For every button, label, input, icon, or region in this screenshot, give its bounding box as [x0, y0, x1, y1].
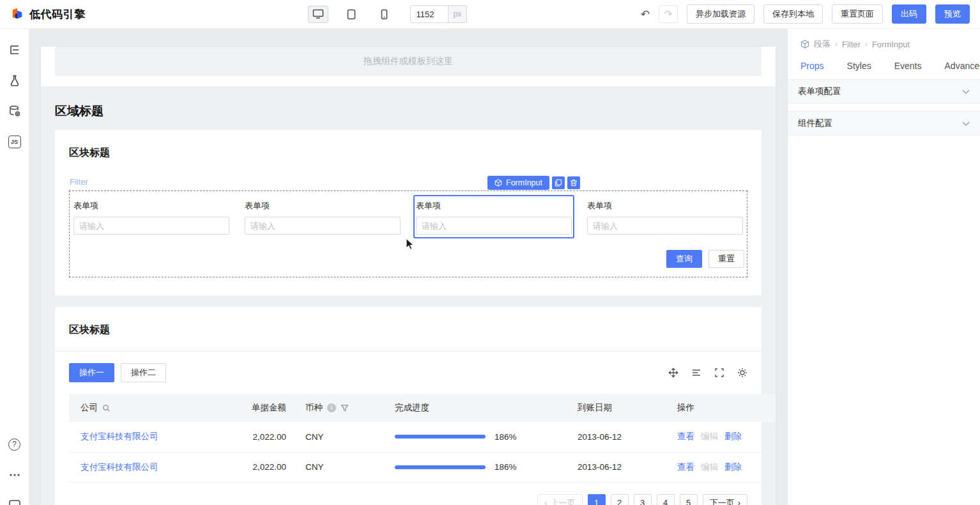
section-form-item-config[interactable]: 表单项配置: [788, 79, 980, 104]
tab-props[interactable]: Props: [800, 61, 824, 71]
preview-button[interactable]: 预览: [935, 4, 970, 24]
help-icon[interactable]: ?: [8, 437, 22, 451]
date-cell: 2013-06-12: [578, 452, 677, 482]
filter-block-title: 区块标题: [69, 146, 747, 160]
delete-link[interactable]: 删除: [724, 431, 742, 441]
form-item-label: 表单项: [73, 200, 229, 212]
table-card: 区块标题 操作一 操作二: [55, 307, 762, 505]
currency-cell: CNY: [305, 422, 395, 452]
design-canvas: 拖拽组件或模板到这里 区域标题 区块标题 Filter FormInput: [29, 29, 787, 505]
chevron-down-icon: [962, 89, 970, 94]
save-local-button[interactable]: 保存到本地: [763, 4, 823, 24]
filter-funnel-icon[interactable]: [341, 404, 349, 412]
form-item-1[interactable]: 表单项: [72, 196, 231, 237]
reset-button[interactable]: 重置: [708, 250, 744, 268]
design-page[interactable]: 拖拽组件或模板到这里 区域标题 区块标题 Filter FormInput: [41, 47, 776, 505]
page-button-5[interactable]: 5: [680, 494, 698, 505]
outline-tree-icon[interactable]: [8, 43, 22, 57]
form-item-label: 表单项: [416, 200, 572, 212]
more-options-icon[interactable]: [8, 468, 22, 482]
copy-icon-button[interactable]: [552, 176, 565, 189]
breadcrumb-filter[interactable]: Filter: [842, 40, 861, 49]
device-switcher: [308, 6, 395, 23]
forminput-pill[interactable]: FormInput: [487, 176, 549, 190]
settings-gear-icon[interactable]: [737, 368, 747, 378]
info-icon[interactable]: i: [327, 403, 336, 412]
page-button-1[interactable]: 1: [588, 494, 606, 505]
undo-icon[interactable]: ↶: [641, 9, 650, 20]
column-progress: 完成进度: [395, 394, 578, 422]
form-item-3-selected[interactable]: 表单项: [415, 196, 573, 237]
view-link[interactable]: 查看: [677, 431, 694, 441]
density-icon[interactable]: [691, 368, 701, 378]
search-icon[interactable]: [102, 404, 111, 412]
redo-icon[interactable]: ↷: [659, 5, 678, 23]
tab-styles[interactable]: Styles: [847, 61, 871, 71]
form-item-input[interactable]: [416, 217, 572, 235]
edit-link-disabled: 编辑: [701, 462, 718, 472]
form-item-label: 表单项: [245, 200, 401, 212]
page-button-3[interactable]: 3: [634, 494, 652, 505]
tab-events[interactable]: Events: [894, 61, 922, 71]
app-logo-icon: [10, 7, 24, 21]
component-cube-icon: [800, 40, 809, 49]
view-link[interactable]: 查看: [677, 462, 694, 472]
out-code-button[interactable]: 出码: [892, 4, 926, 24]
table-header-row: 公司 单据金额 币种 i: [69, 394, 776, 422]
date-cell: 2013-06-12: [578, 422, 677, 452]
component-cube-icon: [494, 179, 502, 187]
tab-advanced[interactable]: Advanced: [945, 61, 980, 71]
device-phone-button[interactable]: [374, 6, 395, 23]
section-component-config[interactable]: 组件配置: [788, 111, 980, 136]
filter-component[interactable]: Filter FormInput: [69, 190, 747, 277]
device-tablet-button[interactable]: [341, 6, 362, 23]
company-link[interactable]: 支付宝科技有限公司: [80, 462, 158, 472]
currency-cell: CNY: [305, 452, 395, 482]
js-panel-icon[interactable]: JS: [8, 135, 22, 149]
drop-placeholder[interactable]: 拖拽组件或模板到这里: [55, 47, 762, 76]
breadcrumb-forminput[interactable]: FormInput: [872, 40, 910, 49]
table-card-header: 区块标题: [55, 307, 762, 352]
edit-link-disabled: 编辑: [701, 431, 718, 441]
amount-cell: 2,022.00: [226, 422, 305, 452]
reset-page-button[interactable]: 重置页面: [832, 4, 883, 24]
form-item-4[interactable]: 表单项: [586, 196, 744, 237]
filter-actions: 查询 重置: [71, 250, 746, 268]
app-title: 低代码引擎: [29, 7, 86, 22]
progress-label: 186%: [494, 432, 517, 442]
form-item-2[interactable]: 表单项: [243, 196, 402, 237]
table-toolbar: 操作一 操作二: [55, 352, 762, 394]
drop-placeholder-text: 拖拽组件或模板到这里: [364, 56, 453, 67]
chevron-right-icon: ›: [738, 498, 740, 505]
progress-bar: [395, 435, 486, 439]
column-currency-label: 币种: [305, 402, 323, 414]
action-two-button[interactable]: 操作二: [121, 363, 166, 382]
form-item-input[interactable]: [245, 217, 401, 235]
help-label: ?: [8, 439, 20, 451]
query-button[interactable]: 查询: [666, 250, 702, 268]
next-page-button[interactable]: 下一页›: [703, 494, 747, 505]
form-item-label: 表单项: [587, 200, 743, 212]
pagination: ‹上一页 1 2 3 4 5 下一页›: [69, 494, 747, 505]
drag-move-icon[interactable]: [668, 368, 678, 378]
page-button-4[interactable]: 4: [657, 494, 675, 505]
plugin-flask-icon[interactable]: [8, 74, 22, 88]
table-block-title: 区块标题: [69, 323, 747, 337]
bottom-partial-icon[interactable]: [8, 499, 22, 505]
device-desktop-button[interactable]: [308, 6, 328, 23]
section-title: 区域标题: [55, 103, 762, 120]
company-link[interactable]: 支付宝科技有限公司: [80, 431, 158, 441]
breadcrumb-root[interactable]: 段落: [814, 38, 831, 50]
action-one-button[interactable]: 操作一: [69, 363, 114, 382]
form-item-input[interactable]: [73, 217, 229, 235]
column-actions-label: 操作: [677, 402, 694, 414]
async-load-button[interactable]: 异步加载资源: [687, 4, 754, 24]
delete-link[interactable]: 删除: [724, 462, 742, 472]
viewport-width-input[interactable]: [411, 6, 448, 22]
fullscreen-icon[interactable]: [714, 368, 724, 378]
column-date-label: 到账日期: [578, 402, 612, 414]
datasource-icon[interactable]: [8, 104, 22, 118]
page-button-2[interactable]: 2: [611, 494, 629, 505]
delete-icon-button[interactable]: [567, 176, 580, 189]
form-item-input[interactable]: [587, 217, 743, 235]
